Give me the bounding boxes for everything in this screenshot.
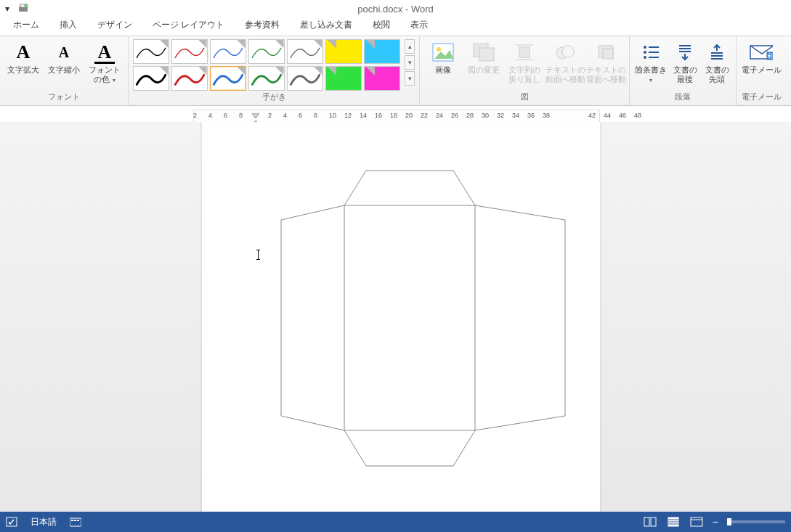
svg-marker-9 bbox=[366, 40, 375, 49]
bring-forward-button: テキストの 前面へ移動 bbox=[546, 39, 584, 86]
tab-mailings[interactable]: 差し込み文書 bbox=[290, 16, 362, 36]
ruler-tick-label: 30 bbox=[482, 112, 489, 119]
pen-swatch[interactable] bbox=[248, 39, 285, 64]
pen-more[interactable]: ▾ bbox=[405, 71, 415, 86]
ruler-tick-label: 6 bbox=[224, 112, 227, 119]
ruler-tick-label: 20 bbox=[405, 112, 413, 119]
svg-point-2 bbox=[25, 4, 28, 8]
pen-swatch[interactable] bbox=[287, 66, 323, 91]
status-bar: 日本語 − bbox=[0, 512, 791, 532]
svg-marker-8 bbox=[328, 40, 336, 49]
pen-scroll-up[interactable]: ▴ bbox=[405, 39, 415, 54]
zoom-slider[interactable] bbox=[727, 520, 785, 523]
pen-swatch[interactable] bbox=[325, 66, 362, 91]
group-picture: 画像 図の変更 文字列の 折り返し テキストの 前面へ移動 テキストの 背面へ移… bbox=[420, 36, 630, 105]
doc-start-button[interactable]: 文書の 先頭 bbox=[702, 39, 731, 86]
pen-swatch[interactable] bbox=[364, 66, 400, 91]
app-name: Word bbox=[411, 4, 434, 15]
pen-swatch[interactable] bbox=[133, 66, 169, 91]
status-spellcheck[interactable] bbox=[6, 517, 17, 527]
zoom-out[interactable]: − bbox=[713, 516, 718, 528]
svg-marker-16 bbox=[366, 67, 375, 75]
svg-marker-6 bbox=[275, 40, 283, 48]
tab-review[interactable]: 校閲 bbox=[362, 16, 400, 36]
pen-swatch[interactable] bbox=[287, 39, 323, 64]
group-paragraph: 箇条書き▾ 文書の 最後 文書の 先頭 段落 bbox=[630, 36, 737, 105]
ruler-tick-label: 16 bbox=[375, 112, 382, 119]
tab-references[interactable]: 参考資料 bbox=[235, 16, 290, 36]
bullets-label: 箇条書き bbox=[635, 65, 667, 74]
doc-name: pochi.docx bbox=[357, 4, 402, 15]
svg-rect-46 bbox=[344, 205, 475, 430]
dropdown-arrow-icon: ▾ bbox=[649, 77, 652, 83]
customize-qat-icon[interactable]: ▾ bbox=[1, 3, 13, 15]
ruler-tick-label: 12 bbox=[344, 112, 352, 119]
ruler-tick-label: 32 bbox=[497, 112, 504, 119]
send-backward-icon bbox=[594, 41, 617, 64]
bullets-button[interactable]: 箇条書き▾ bbox=[634, 39, 668, 86]
pen-swatch[interactable] bbox=[364, 39, 400, 64]
email-button[interactable]: 電子メール bbox=[741, 39, 782, 76]
pen-swatch[interactable] bbox=[248, 66, 285, 91]
input-mode-icon bbox=[70, 517, 81, 527]
ruler-tick-label: 6 bbox=[299, 112, 302, 119]
ruler-tick-label: 28 bbox=[466, 112, 474, 119]
ruler-track: 8642246810121416182022242628303234363842… bbox=[193, 110, 600, 123]
ruler-tick-label: 10 bbox=[329, 112, 336, 119]
pen-swatch[interactable] bbox=[171, 66, 208, 91]
group-paragraph-label: 段落 bbox=[634, 91, 731, 104]
tab-view[interactable]: 表示 bbox=[400, 16, 438, 36]
pen-scroll-down[interactable]: ▾ bbox=[405, 55, 415, 70]
svg-marker-11 bbox=[198, 67, 206, 75]
tab-home[interactable]: ホーム bbox=[3, 16, 49, 36]
ruler-tick-label: 26 bbox=[451, 112, 458, 119]
svg-marker-10 bbox=[160, 67, 168, 75]
pen-swatch[interactable] bbox=[133, 39, 169, 64]
ruler-tick-label: 2 bbox=[193, 112, 197, 119]
svg-marker-3 bbox=[160, 40, 168, 48]
svg-marker-5 bbox=[237, 40, 245, 48]
ribbon-tabs: ホーム 挿入 デザイン ページ レイアウト 参考資料 差し込み文書 校閲 表示 bbox=[0, 17, 791, 36]
ruler-tick-label: 2 bbox=[268, 112, 272, 119]
tab-design[interactable]: デザイン bbox=[87, 16, 142, 36]
view-read-mode[interactable] bbox=[643, 515, 657, 528]
ruler-tick-label: 14 bbox=[360, 112, 367, 119]
doc-end-icon bbox=[673, 41, 697, 64]
view-web-layout[interactable] bbox=[689, 515, 704, 528]
view-print-layout[interactable] bbox=[666, 515, 681, 528]
zoom-thumb[interactable] bbox=[727, 518, 731, 525]
pen-swatch[interactable] bbox=[325, 39, 362, 64]
change-picture-icon bbox=[472, 41, 495, 64]
svg-point-28 bbox=[644, 46, 646, 49]
status-language[interactable]: 日本語 bbox=[31, 516, 57, 528]
pen-gallery bbox=[133, 39, 400, 91]
svg-point-32 bbox=[644, 56, 646, 59]
tab-insert[interactable]: 挿入 bbox=[49, 16, 87, 36]
font-color-label: フォントの色 bbox=[89, 65, 121, 83]
group-font-label: フォント bbox=[4, 91, 123, 104]
svg-rect-20 bbox=[479, 48, 494, 61]
document-canvas[interactable] bbox=[0, 122, 791, 512]
insert-picture-button[interactable]: 画像 bbox=[424, 39, 462, 76]
shrink-font-button[interactable]: A 文字縮小 bbox=[45, 39, 83, 76]
pen-swatch[interactable] bbox=[210, 39, 246, 64]
svg-marker-4 bbox=[198, 40, 206, 48]
ruler-tick-label: 8 bbox=[314, 112, 317, 119]
tab-page-layout[interactable]: ページ レイアウト bbox=[142, 16, 235, 36]
first-line-indent-marker[interactable] bbox=[252, 109, 259, 115]
ruler-tick-label: 48 bbox=[634, 112, 641, 119]
group-font: A 文字拡大 A 文字縮小 A フォントの色 ▾ フォント bbox=[0, 36, 129, 105]
svg-marker-12 bbox=[237, 67, 245, 75]
text-cursor bbox=[258, 250, 259, 260]
status-input-mode[interactable] bbox=[70, 517, 81, 527]
svg-rect-49 bbox=[71, 520, 73, 521]
doc-end-button[interactable]: 文書の 最後 bbox=[670, 39, 699, 86]
group-email-label: 電子メール bbox=[741, 91, 782, 104]
pen-swatch[interactable] bbox=[210, 66, 246, 91]
pen-swatch[interactable] bbox=[171, 39, 208, 64]
font-color-button[interactable]: A フォントの色 ▾ bbox=[86, 39, 123, 86]
ruler-tick-label: 44 bbox=[604, 112, 611, 119]
quick-print-icon[interactable] bbox=[17, 3, 29, 15]
email-label: 電子メール bbox=[742, 65, 782, 75]
grow-font-button[interactable]: A 文字拡大 bbox=[4, 39, 42, 76]
